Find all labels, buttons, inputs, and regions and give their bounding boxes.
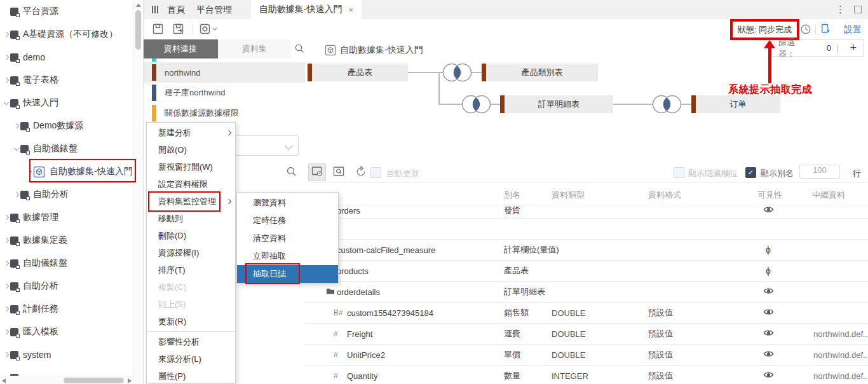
- tab-home[interactable]: 首頁: [167, 0, 185, 19]
- panel-settings-icon[interactable]: [308, 163, 326, 181]
- settings-link[interactable]: 設置: [844, 24, 862, 36]
- connection-item-northwind[interactable]: northwind: [143, 62, 305, 83]
- join-node-icon[interactable]: [461, 94, 492, 114]
- chevron-right-icon[interactable]: [3, 328, 10, 336]
- chevron-right-icon[interactable]: [25, 168, 33, 175]
- submenu-item-clear-data[interactable]: 清空資料: [237, 230, 338, 247]
- visibility-toggle[interactable]: [763, 308, 774, 318]
- chevron-right-icon[interactable]: [3, 305, 10, 313]
- flow-node-categories-table[interactable]: 產品類別表: [482, 64, 598, 81]
- export-download-icon[interactable]: [820, 23, 832, 37]
- chevron-right-icon[interactable]: [13, 191, 20, 198]
- tab-self-dataset-quickstart[interactable]: 自助數據集-快速入門 ×: [251, 0, 362, 19]
- show-hidden-checkbox[interactable]: [674, 167, 684, 178]
- table-row-freight[interactable]: # Freight 運費 DOUBLE 預設值 northwind.def...: [305, 324, 868, 345]
- visibility-toggle[interactable]: [763, 287, 774, 297]
- menu-item-new-analysis[interactable]: 新建分析: [147, 124, 235, 141]
- sidebar-item-import-template[interactable]: 匯入模板: [0, 320, 133, 343]
- table-row-quantity[interactable]: # Quantity 數量 INTEGER 預設值 northwind.def.…: [305, 366, 868, 384]
- sidebar-item-dataset-definition[interactable]: 數據集定義: [0, 229, 133, 252]
- horizontal-scrollbar[interactable]: [0, 376, 133, 384]
- connection-item-seed-northwind[interactable]: 種子庫northwind: [143, 83, 305, 103]
- menu-item-update[interactable]: 更新(R): [147, 313, 235, 330]
- scroll-left-icon[interactable]: [2, 378, 6, 383]
- refresh-icon[interactable]: [355, 166, 367, 179]
- tab-platform-admin[interactable]: 平台管理: [196, 0, 232, 19]
- menu-item-lineage-analysis[interactable]: 來源分析(L): [147, 350, 235, 367]
- table-search-icon[interactable]: [286, 166, 297, 179]
- menu-item-properties[interactable]: 屬性(P): [147, 367, 235, 384]
- sidebar-item-scheduled-tasks[interactable]: 計劃任務: [0, 298, 133, 320]
- table-row-products[interactable]: products 產品表 ϕ: [305, 261, 868, 282]
- submenu-item-extract-log[interactable]: 抽取日誌: [237, 265, 338, 283]
- visibility-toggle[interactable]: [763, 205, 774, 215]
- add-filter-button[interactable]: +: [850, 41, 857, 55]
- chevron-right-icon[interactable]: [3, 351, 10, 359]
- sidebar-item-self-dataset-quickstart[interactable]: 自助數據集-快速入門: [0, 160, 133, 183]
- menu-item-delete[interactable]: 刪除(D): [147, 227, 235, 244]
- chevron-right-icon[interactable]: [3, 31, 10, 38]
- sidebar-item-self-analysis-child[interactable]: 自助分析: [0, 183, 133, 206]
- visibility-toggle[interactable]: [763, 350, 774, 360]
- chevron-right-icon[interactable]: [3, 282, 10, 290]
- sidebar-item-data-management[interactable]: 數據管理: [0, 206, 133, 229]
- close-icon[interactable]: ×: [349, 5, 354, 15]
- tab-data-connection[interactable]: 資料連接: [143, 39, 218, 58]
- tab-dataset[interactable]: 資料集: [218, 39, 291, 58]
- sidebar-item-quickstart[interactable]: 快速入門: [0, 92, 133, 114]
- chevron-right-icon[interactable]: [3, 259, 10, 267]
- app-menu-icon[interactable]: [152, 6, 161, 13]
- scrollbar-thumb[interactable]: [135, 10, 141, 50]
- menu-item-resource-authorization[interactable]: 資源授權(I): [147, 244, 235, 261]
- chevron-right-icon[interactable]: [3, 214, 10, 221]
- window-icon[interactable]: [854, 6, 862, 13]
- submenu-item-scheduled-task[interactable]: 定時任務: [237, 212, 338, 230]
- sidebar-item-self-dashboard[interactable]: 自助儀錶盤: [0, 137, 133, 160]
- visibility-toggle[interactable]: ϕ: [763, 245, 774, 255]
- chevron-down-icon[interactable]: [3, 99, 10, 107]
- save-as-icon[interactable]: [172, 23, 184, 37]
- submenu-item-extract-now[interactable]: 立即抽取: [237, 247, 338, 265]
- visibility-toggle[interactable]: [763, 371, 774, 381]
- flow-node-products-table[interactable]: 產品表: [308, 64, 408, 81]
- menu-item-sort[interactable]: 排序(T): [147, 261, 235, 278]
- visibility-toggle[interactable]: [763, 329, 774, 339]
- chevron-right-icon[interactable]: [3, 237, 10, 244]
- table-row-unitprice2[interactable]: # UnitPrice2 單價 DOUBLE 預設值 northwind.def…: [305, 345, 868, 366]
- connection-item-relational-permission[interactable]: 關係數據源數據權限: [143, 103, 305, 123]
- clock-icon[interactable]: [800, 24, 811, 37]
- menu-item-move-to[interactable]: 移動到: [147, 210, 235, 227]
- chevron-right-icon[interactable]: [13, 122, 20, 130]
- sidebar-item-system[interactable]: system: [0, 343, 133, 366]
- sidebar-item-base-resources[interactable]: A基礎資源（不可修改）: [0, 23, 133, 46]
- more-options-icon[interactable]: ⋮: [836, 4, 845, 15]
- dataset-settings-icon[interactable]: [199, 23, 218, 37]
- search-icon[interactable]: [294, 43, 305, 56]
- row-count-input[interactable]: 100: [799, 165, 840, 179]
- sidebar-item-platform-resources[interactable]: 平台資源: [0, 0, 133, 23]
- scroll-right-icon[interactable]: [128, 378, 132, 383]
- menu-item-set-data-permission[interactable]: 設定資料權限: [147, 175, 235, 193]
- table-row-orderdetails[interactable]: orderdetails 訂單明細表: [305, 282, 868, 303]
- submenu-item-browse-data[interactable]: 瀏覽資料: [237, 194, 338, 212]
- visibility-toggle[interactable]: ϕ: [763, 266, 774, 276]
- menu-item-dataset-monitor-admin[interactable]: 資料集監控管理: [147, 193, 235, 210]
- chevron-right-icon[interactable]: [3, 53, 10, 61]
- flow-node-orders-table[interactable]: 订单: [691, 95, 780, 113]
- sidebar-item-self-analysis-root[interactable]: 自助分析: [0, 275, 133, 298]
- table-row-empty[interactable]: [305, 219, 868, 240]
- sidebar-item-self-dashboard-root[interactable]: 自助儀錶盤: [0, 252, 133, 275]
- save-icon[interactable]: [152, 23, 164, 37]
- scrollbar-thumb[interactable]: [64, 378, 124, 383]
- table-row-custom-measure[interactable]: B# custom1554273945184 銷售額 DOUBLE 預設值: [305, 303, 868, 324]
- table-row-orders[interactable]: orders 發貨: [305, 202, 868, 219]
- auto-update-checkbox[interactable]: [370, 167, 381, 178]
- menu-item-open-new-window[interactable]: 新視窗打開(W): [147, 158, 235, 175]
- join-node-icon[interactable]: [651, 94, 682, 114]
- chevron-down-icon[interactable]: [13, 145, 20, 153]
- sidebar-item-demo[interactable]: demo: [0, 46, 133, 69]
- menu-item-impact-analysis[interactable]: 影響性分析: [147, 333, 235, 350]
- vertical-scrollbar[interactable]: [133, 0, 144, 384]
- show-alias-checkbox[interactable]: ✓: [745, 167, 756, 178]
- preview-data-icon[interactable]: [333, 166, 344, 179]
